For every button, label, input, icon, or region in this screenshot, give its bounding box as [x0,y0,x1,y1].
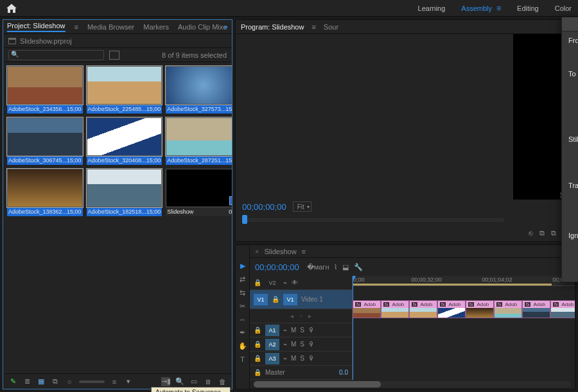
scrollbar-thumb[interactable] [254,381,381,388]
program-timecode[interactable]: 00;00;00;00 [242,202,286,212]
list-view-icon[interactable]: ≣ [22,377,31,386]
snap-icon[interactable]: �магн [307,263,329,271]
timeline-playhead[interactable] [353,276,353,380]
project-item[interactable]: Slideshow0;00 [166,169,232,216]
panel-overflow-icon[interactable]: » [223,22,228,31]
freeform-view-icon[interactable]: ⧉ [51,377,60,386]
tab-audio-mixer[interactable]: Audio Clip Mixe [178,23,227,31]
timeline-clip-area[interactable]: ;00;00 00;00;32;00 00;01;04;02 00;01;36;… [353,276,575,380]
tab-source[interactable]: Sour [324,23,338,31]
project-item[interactable]: AdobeStock_182518...15;00 [87,169,162,216]
lock-icon[interactable]: 🔒 [272,296,279,303]
home-icon[interactable] [6,4,17,13]
program-scrub-bar[interactable] [242,218,504,222]
linked-selection-icon[interactable]: ⌇ [334,263,337,271]
track-v1-header[interactable]: V1 🔒 V1 Video 1 [250,290,352,309]
tab-markers[interactable]: Markers [143,23,169,31]
slip-tool-icon[interactable]: ↔ [239,316,246,323]
lock-icon[interactable]: 🔒 [254,327,261,334]
close-sequence-icon[interactable]: × [255,248,259,255]
bin-icon[interactable] [8,38,16,44]
tab-media-browser[interactable]: Media Browser [87,23,134,31]
sort-icon[interactable]: ≡ [110,377,119,386]
work-area-bar[interactable] [353,284,552,285]
marker-icon[interactable]: ⬓ [342,263,349,271]
new-bin-button[interactable]: ▭ [189,377,198,386]
timeline-timecode[interactable]: 00;00;00;00 [255,262,299,272]
project-item[interactable]: AdobeStock_234356...15;00 [7,66,83,114]
chevron-down-icon[interactable]: ▾ [124,377,133,386]
master-value[interactable]: 0.0 [339,369,348,376]
project-item[interactable]: AdobeStock_306745...15;00 [7,117,83,165]
tab-project[interactable]: Project: Slideshow [7,22,66,32]
v1-source-patch[interactable]: V1 [254,294,268,305]
zoom-fit-dropdown[interactable]: Fit [293,201,311,212]
video-clip-row[interactable]: AdobAdobAdobAdobAdobAdobAdobAdob [353,300,575,320]
mic-icon[interactable]: 🎙 [308,355,315,362]
track-a2-header[interactable]: 🔒 A2 ⌁MS 🎙 [250,337,352,352]
track-a3-header[interactable]: 🔒 A3 ⌁MS 🎙 [250,352,352,366]
track-select-tool-icon[interactable]: ⇄ [240,275,245,284]
settings-icon[interactable]: 🔧 [354,263,363,271]
lock-icon[interactable]: 🔒 [254,369,261,376]
program-playhead[interactable] [242,215,247,224]
workspace-color[interactable]: Color [555,4,572,12]
type-tool-icon[interactable]: T [240,355,245,363]
project-item[interactable]: AdobeStock_320408...15;00 [87,117,162,165]
search-input[interactable] [8,50,104,60]
timeline-clip[interactable]: Adob [381,300,409,318]
timeline-clip[interactable]: Adob [409,300,437,318]
workspace-assembly[interactable]: Assembly [461,4,492,12]
sequence-tab[interactable]: Slideshow [264,248,296,255]
timeline-clip[interactable]: Adob [522,300,550,318]
v2-source-patch[interactable]: V2 [265,277,279,289]
track-master-header[interactable]: 🔒 Master 0.0 [250,366,352,380]
zoom-out-icon[interactable]: ○ [65,377,74,386]
workspace-editing[interactable]: Editing [517,4,539,12]
fx-badge-icon[interactable]: ⌁ [283,355,287,362]
hand-tool-icon[interactable]: ✋ [238,342,247,350]
panel-menu-icon[interactable]: ≡ [311,23,315,31]
selection-tool-icon[interactable]: ▶ [240,262,245,270]
pen-tool-icon[interactable]: ✒ [240,328,245,337]
v1-target-toggle[interactable]: V1 [283,294,297,305]
workspace-menu-icon[interactable]: ≡ [496,4,501,13]
extract-icon[interactable]: ⧉ [551,229,556,237]
ripple-tool-icon[interactable]: ⇆ [240,289,245,297]
fx-badge-icon[interactable]: ⌁ [283,279,287,286]
program-monitor-canvas[interactable]: 1/4 00;00;00;00 Fit ⎋ ⧉ ⧉ ✚ [236,34,575,241]
thumbnail-size-slider[interactable] [79,380,105,383]
icon-view-icon[interactable]: ▦ [37,377,46,386]
find-icon[interactable]: 🔍 [175,377,184,386]
timeline-clip[interactable]: Adob [494,300,522,318]
lock-icon[interactable]: 🔒 [254,341,261,348]
new-item-button[interactable]: 🗎 [204,377,213,386]
mic-icon[interactable]: 🎙 [308,341,315,348]
panel-menu-icon[interactable]: ≡ [302,248,306,255]
panel-menu-icon[interactable]: ≡ [74,23,78,31]
timeline-horizontal-scrollbar[interactable] [254,381,571,388]
lift-icon[interactable]: ⧉ [539,229,545,237]
project-item[interactable]: AdobeStock_327573...15;00 [166,66,232,114]
lock-icon[interactable]: 🔒 [254,279,261,286]
export-frame-icon[interactable]: ⎋ [529,229,533,237]
new-bin-icon[interactable] [109,51,119,60]
razor-tool-icon[interactable]: ✂ [240,302,245,311]
eye-icon[interactable]: 👁 [291,279,299,286]
project-item[interactable]: AdobeStock_138362...15;00 [7,169,83,216]
automate-to-sequence-button[interactable]: ⇥▮ [161,377,170,386]
trash-icon[interactable]: 🗑 [218,377,227,386]
tab-program[interactable]: Program: Slideshow [241,23,304,31]
timeline-clip[interactable]: Adob [437,300,466,318]
project-item[interactable]: AdobeStock_287251...15;00 [166,117,232,165]
timeline-ruler[interactable]: ;00;00 00;00;32;00 00;01;04;02 00;01;36;… [353,276,575,286]
lock-icon[interactable]: 🔒 [254,355,261,362]
project-item[interactable]: AdobeStock_225485...15;00 [87,66,162,114]
track-a1-header[interactable]: 🔒 A1 ⌁MS 🎙 [250,323,352,337]
a3-target-toggle[interactable]: A3 [265,353,279,364]
mic-icon[interactable]: 🎙 [308,327,315,334]
timeline-clip[interactable]: Adob [550,300,575,318]
timeline-clip[interactable]: Adob [353,300,381,318]
a1-target-toggle[interactable]: A1 [265,325,279,336]
timeline-clip[interactable]: Adob [466,300,494,318]
